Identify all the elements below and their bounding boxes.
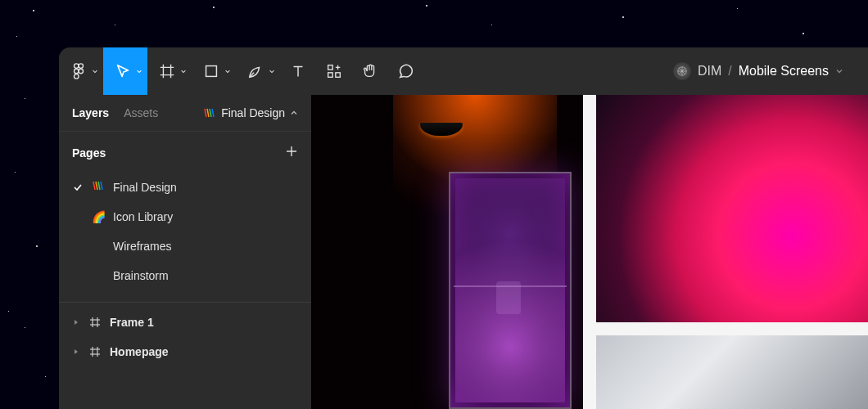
page-label: Wireframes [113,240,172,253]
canvas-frame-3[interactable] [596,335,868,409]
canvas-frame-2[interactable] [596,95,868,322]
comment-icon [397,62,415,80]
page-list: Final Design 🌈 Icon Library Wireframes B… [59,169,311,303]
sidebar-tabs: Layers Assets Final Design [59,95,311,132]
svg-line-27 [101,182,102,190]
svg-rect-12 [328,65,333,70]
layer-item-frame-1[interactable]: Frame 1 [59,308,311,337]
document-name: Mobile Screens [739,64,829,79]
pages-section-header: Pages [59,132,311,169]
move-tool-button[interactable] [103,47,147,95]
plus-icon [285,145,298,158]
svg-point-2 [75,69,79,74]
pen-icon [246,62,264,80]
frame-tool-button[interactable] [147,47,192,95]
main-menu-button[interactable] [59,47,103,95]
page-item-icon-library[interactable]: 🌈 Icon Library [59,202,311,231]
frame-icon [158,62,176,80]
title-separator: / [728,64,731,79]
chevron-down-icon [136,68,142,74]
document-title[interactable]: DIM / Mobile Screens [673,62,868,80]
resources-button[interactable] [316,47,352,95]
svg-rect-13 [328,73,333,78]
layer-list: Frame 1 Homepage [59,303,311,366]
text-tool-button[interactable] [280,47,316,95]
text-icon [289,62,307,80]
pen-tool-button[interactable] [236,47,280,95]
hand-tool-button[interactable] [352,47,388,95]
stripes-icon [203,107,216,119]
svg-line-25 [96,182,97,190]
check-icon [72,182,84,192]
chevron-down-icon [269,68,275,74]
page-item-wireframes[interactable]: Wireframes [59,231,311,261]
chevron-down-icon [835,67,843,75]
figma-logo-icon [70,62,88,80]
canvas[interactable] [311,95,868,409]
disclosure-triangle-icon[interactable] [72,318,80,326]
page-item-brainstorm[interactable]: Brainstorm [59,261,311,290]
stripes-icon [92,180,105,194]
page-dropdown-label: Final Design [221,106,285,119]
chevron-down-icon [92,68,98,74]
svg-line-21 [212,109,214,117]
chevron-up-icon [290,109,298,117]
svg-rect-14 [336,73,341,78]
pages-label: Pages [72,146,106,160]
svg-point-4 [75,74,79,79]
svg-point-1 [79,64,84,69]
svg-rect-9 [206,66,217,77]
shape-tool-button[interactable] [192,47,236,95]
svg-line-26 [98,182,100,190]
svg-line-18 [205,109,206,117]
chevron-down-icon [224,68,231,74]
svg-line-20 [210,109,211,117]
page-dropdown[interactable]: Final Design [203,106,298,119]
frame-icon [88,345,102,358]
rainbow-icon: 🌈 [92,210,105,223]
layer-label: Homepage [110,345,169,358]
svg-line-24 [93,182,95,190]
tab-layers[interactable]: Layers [72,106,109,119]
hand-icon [361,62,379,80]
svg-line-19 [207,109,209,117]
page-item-final-design[interactable]: Final Design [59,172,311,202]
chevron-down-icon [180,68,187,74]
toolbar: DIM / Mobile Screens [59,47,868,95]
rectangle-icon [202,62,220,80]
page-label: Icon Library [113,210,173,223]
resources-icon [325,62,343,80]
project-name: DIM [698,64,721,79]
page-label: Final Design [113,181,177,194]
frame-icon [88,316,102,329]
cursor-icon [114,62,132,80]
disclosure-triangle-icon[interactable] [72,348,80,356]
layer-label: Frame 1 [110,316,154,329]
tab-assets[interactable]: Assets [124,106,158,119]
canvas-frame-1[interactable] [311,95,583,409]
figma-window: DIM / Mobile Screens Layers Assets Fina [59,47,868,409]
comment-tool-button[interactable] [388,47,424,95]
layer-item-homepage[interactable]: Homepage [59,337,311,366]
svg-point-3 [79,69,84,74]
page-label: Brainstorm [113,269,169,282]
add-page-button[interactable] [285,145,298,160]
left-sidebar: Layers Assets Final Design Pages [59,95,311,409]
team-avatar-icon [673,62,691,80]
svg-point-0 [75,64,79,69]
